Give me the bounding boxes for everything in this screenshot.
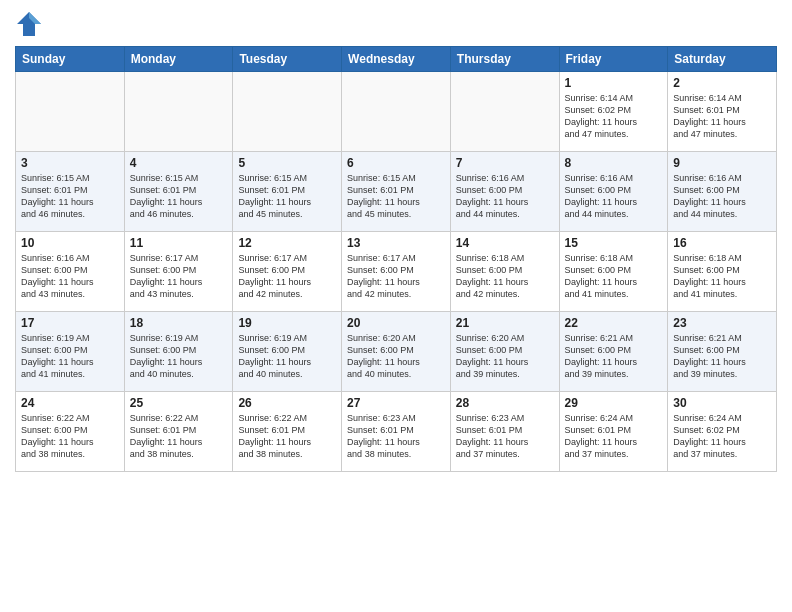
calendar-cell: 29Sunrise: 6:24 AM Sunset: 6:01 PM Dayli…	[559, 392, 668, 472]
day-number: 27	[347, 396, 445, 410]
day-number: 29	[565, 396, 663, 410]
calendar-table: SundayMondayTuesdayWednesdayThursdayFrid…	[15, 46, 777, 472]
week-row-2: 3Sunrise: 6:15 AM Sunset: 6:01 PM Daylig…	[16, 152, 777, 232]
day-info: Sunrise: 6:21 AM Sunset: 6:00 PM Dayligh…	[565, 332, 663, 381]
calendar-cell: 27Sunrise: 6:23 AM Sunset: 6:01 PM Dayli…	[342, 392, 451, 472]
day-number: 8	[565, 156, 663, 170]
weekday-header-thursday: Thursday	[450, 47, 559, 72]
day-number: 22	[565, 316, 663, 330]
calendar-cell: 18Sunrise: 6:19 AM Sunset: 6:00 PM Dayli…	[124, 312, 233, 392]
calendar-cell	[233, 72, 342, 152]
calendar-cell: 3Sunrise: 6:15 AM Sunset: 6:01 PM Daylig…	[16, 152, 125, 232]
calendar-cell: 11Sunrise: 6:17 AM Sunset: 6:00 PM Dayli…	[124, 232, 233, 312]
day-number: 21	[456, 316, 554, 330]
day-number: 13	[347, 236, 445, 250]
calendar-cell: 20Sunrise: 6:20 AM Sunset: 6:00 PM Dayli…	[342, 312, 451, 392]
day-info: Sunrise: 6:17 AM Sunset: 6:00 PM Dayligh…	[238, 252, 336, 301]
day-info: Sunrise: 6:19 AM Sunset: 6:00 PM Dayligh…	[130, 332, 228, 381]
day-number: 20	[347, 316, 445, 330]
weekday-header-saturday: Saturday	[668, 47, 777, 72]
day-info: Sunrise: 6:16 AM Sunset: 6:00 PM Dayligh…	[673, 172, 771, 221]
calendar-cell: 5Sunrise: 6:15 AM Sunset: 6:01 PM Daylig…	[233, 152, 342, 232]
day-info: Sunrise: 6:24 AM Sunset: 6:01 PM Dayligh…	[565, 412, 663, 461]
day-info: Sunrise: 6:18 AM Sunset: 6:00 PM Dayligh…	[673, 252, 771, 301]
week-row-4: 17Sunrise: 6:19 AM Sunset: 6:00 PM Dayli…	[16, 312, 777, 392]
calendar-cell: 26Sunrise: 6:22 AM Sunset: 6:01 PM Dayli…	[233, 392, 342, 472]
weekday-header-monday: Monday	[124, 47, 233, 72]
day-number: 5	[238, 156, 336, 170]
day-info: Sunrise: 6:20 AM Sunset: 6:00 PM Dayligh…	[456, 332, 554, 381]
calendar-cell: 6Sunrise: 6:15 AM Sunset: 6:01 PM Daylig…	[342, 152, 451, 232]
day-number: 10	[21, 236, 119, 250]
day-number: 1	[565, 76, 663, 90]
day-info: Sunrise: 6:14 AM Sunset: 6:02 PM Dayligh…	[565, 92, 663, 141]
calendar-cell: 30Sunrise: 6:24 AM Sunset: 6:02 PM Dayli…	[668, 392, 777, 472]
day-info: Sunrise: 6:20 AM Sunset: 6:00 PM Dayligh…	[347, 332, 445, 381]
day-info: Sunrise: 6:17 AM Sunset: 6:00 PM Dayligh…	[347, 252, 445, 301]
day-number: 30	[673, 396, 771, 410]
calendar-cell	[16, 72, 125, 152]
calendar-cell: 12Sunrise: 6:17 AM Sunset: 6:00 PM Dayli…	[233, 232, 342, 312]
weekday-header-row: SundayMondayTuesdayWednesdayThursdayFrid…	[16, 47, 777, 72]
day-info: Sunrise: 6:22 AM Sunset: 6:01 PM Dayligh…	[238, 412, 336, 461]
day-info: Sunrise: 6:15 AM Sunset: 6:01 PM Dayligh…	[347, 172, 445, 221]
day-number: 26	[238, 396, 336, 410]
calendar-cell: 8Sunrise: 6:16 AM Sunset: 6:00 PM Daylig…	[559, 152, 668, 232]
day-info: Sunrise: 6:21 AM Sunset: 6:00 PM Dayligh…	[673, 332, 771, 381]
day-number: 6	[347, 156, 445, 170]
day-info: Sunrise: 6:16 AM Sunset: 6:00 PM Dayligh…	[21, 252, 119, 301]
calendar-cell: 24Sunrise: 6:22 AM Sunset: 6:00 PM Dayli…	[16, 392, 125, 472]
calendar-cell: 13Sunrise: 6:17 AM Sunset: 6:00 PM Dayli…	[342, 232, 451, 312]
day-number: 25	[130, 396, 228, 410]
calendar-cell: 16Sunrise: 6:18 AM Sunset: 6:00 PM Dayli…	[668, 232, 777, 312]
day-info: Sunrise: 6:23 AM Sunset: 6:01 PM Dayligh…	[347, 412, 445, 461]
day-info: Sunrise: 6:22 AM Sunset: 6:01 PM Dayligh…	[130, 412, 228, 461]
day-info: Sunrise: 6:18 AM Sunset: 6:00 PM Dayligh…	[456, 252, 554, 301]
calendar-cell: 22Sunrise: 6:21 AM Sunset: 6:00 PM Dayli…	[559, 312, 668, 392]
calendar-cell	[124, 72, 233, 152]
week-row-3: 10Sunrise: 6:16 AM Sunset: 6:00 PM Dayli…	[16, 232, 777, 312]
calendar-cell: 10Sunrise: 6:16 AM Sunset: 6:00 PM Dayli…	[16, 232, 125, 312]
day-number: 28	[456, 396, 554, 410]
calendar-cell: 9Sunrise: 6:16 AM Sunset: 6:00 PM Daylig…	[668, 152, 777, 232]
weekday-header-wednesday: Wednesday	[342, 47, 451, 72]
calendar-cell: 4Sunrise: 6:15 AM Sunset: 6:01 PM Daylig…	[124, 152, 233, 232]
calendar-cell: 7Sunrise: 6:16 AM Sunset: 6:00 PM Daylig…	[450, 152, 559, 232]
day-number: 24	[21, 396, 119, 410]
weekday-header-tuesday: Tuesday	[233, 47, 342, 72]
calendar-cell: 14Sunrise: 6:18 AM Sunset: 6:00 PM Dayli…	[450, 232, 559, 312]
calendar-cell: 21Sunrise: 6:20 AM Sunset: 6:00 PM Dayli…	[450, 312, 559, 392]
week-row-1: 1Sunrise: 6:14 AM Sunset: 6:02 PM Daylig…	[16, 72, 777, 152]
day-info: Sunrise: 6:19 AM Sunset: 6:00 PM Dayligh…	[238, 332, 336, 381]
logo-icon	[15, 10, 43, 38]
day-number: 9	[673, 156, 771, 170]
day-number: 23	[673, 316, 771, 330]
day-number: 11	[130, 236, 228, 250]
day-info: Sunrise: 6:22 AM Sunset: 6:00 PM Dayligh…	[21, 412, 119, 461]
logo	[15, 10, 47, 38]
page: SundayMondayTuesdayWednesdayThursdayFrid…	[0, 0, 792, 612]
day-info: Sunrise: 6:18 AM Sunset: 6:00 PM Dayligh…	[565, 252, 663, 301]
calendar-cell: 1Sunrise: 6:14 AM Sunset: 6:02 PM Daylig…	[559, 72, 668, 152]
day-number: 16	[673, 236, 771, 250]
day-info: Sunrise: 6:23 AM Sunset: 6:01 PM Dayligh…	[456, 412, 554, 461]
weekday-header-sunday: Sunday	[16, 47, 125, 72]
day-number: 14	[456, 236, 554, 250]
week-row-5: 24Sunrise: 6:22 AM Sunset: 6:00 PM Dayli…	[16, 392, 777, 472]
day-info: Sunrise: 6:14 AM Sunset: 6:01 PM Dayligh…	[673, 92, 771, 141]
day-number: 19	[238, 316, 336, 330]
day-info: Sunrise: 6:24 AM Sunset: 6:02 PM Dayligh…	[673, 412, 771, 461]
day-number: 4	[130, 156, 228, 170]
day-number: 12	[238, 236, 336, 250]
day-info: Sunrise: 6:15 AM Sunset: 6:01 PM Dayligh…	[130, 172, 228, 221]
calendar-cell: 19Sunrise: 6:19 AM Sunset: 6:00 PM Dayli…	[233, 312, 342, 392]
calendar-cell: 17Sunrise: 6:19 AM Sunset: 6:00 PM Dayli…	[16, 312, 125, 392]
day-info: Sunrise: 6:17 AM Sunset: 6:00 PM Dayligh…	[130, 252, 228, 301]
day-number: 2	[673, 76, 771, 90]
calendar-cell	[450, 72, 559, 152]
calendar-cell: 25Sunrise: 6:22 AM Sunset: 6:01 PM Dayli…	[124, 392, 233, 472]
day-info: Sunrise: 6:15 AM Sunset: 6:01 PM Dayligh…	[21, 172, 119, 221]
calendar-cell	[342, 72, 451, 152]
calendar-cell: 23Sunrise: 6:21 AM Sunset: 6:00 PM Dayli…	[668, 312, 777, 392]
day-info: Sunrise: 6:16 AM Sunset: 6:00 PM Dayligh…	[565, 172, 663, 221]
